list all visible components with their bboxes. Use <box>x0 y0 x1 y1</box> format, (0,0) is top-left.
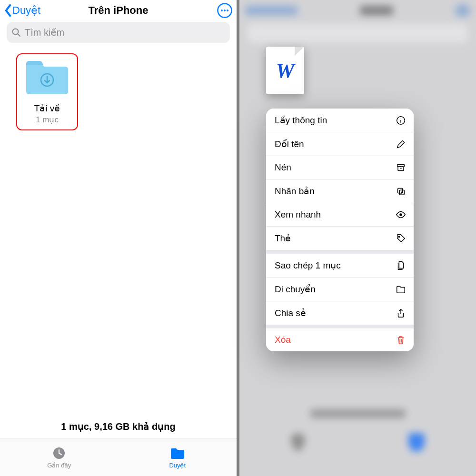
menu-copy[interactable]: Sao chép 1 mục <box>266 254 414 278</box>
folder-downloads-icon <box>23 59 71 96</box>
menu-separator <box>266 325 414 328</box>
eye-icon <box>396 209 406 220</box>
menu-separator <box>266 250 414 254</box>
menu-label: Đổi tên <box>275 139 304 149</box>
svg-point-18 <box>399 213 402 216</box>
menu-move[interactable]: Di chuyển <box>266 278 414 301</box>
archive-icon <box>396 162 406 173</box>
file-context-menu-screen: W Lấy thông tin Đổi tên Nén Nhân bản Xem… <box>239 0 476 476</box>
word-glyph: W <box>276 59 294 83</box>
search-field[interactable]: Tìm kiếm <box>7 22 230 43</box>
clock-icon <box>51 446 67 460</box>
copy-doc-icon <box>396 260 406 271</box>
menu-label: Sao chép 1 mục <box>275 260 341 271</box>
menu-share[interactable]: Chia sẻ <box>266 301 414 325</box>
menu-label: Lấy thông tin <box>275 115 327 126</box>
menu-tags[interactable]: Thẻ <box>266 227 414 250</box>
menu-duplicate[interactable]: Nhân bản <box>266 179 414 203</box>
context-menu-group-3: Xóa <box>266 328 414 351</box>
svg-point-10 <box>401 118 401 119</box>
menu-rename[interactable]: Đổi tên <box>266 132 414 156</box>
search-placeholder: Tìm kiếm <box>25 27 64 38</box>
menu-delete[interactable]: Xóa <box>266 328 414 351</box>
search-icon <box>11 28 21 37</box>
storage-status: 1 mục, 9,16 GB khả dụng <box>0 421 237 432</box>
dogear-icon <box>295 47 304 56</box>
menu-quicklook[interactable]: Xem nhanh <box>266 203 414 227</box>
folder-icon <box>396 284 406 295</box>
folder-tab-icon <box>169 446 186 460</box>
menu-label: Xem nhanh <box>275 209 321 220</box>
folder-name: Tải về <box>19 103 75 114</box>
tab-recent-label: Gần đây <box>47 462 71 469</box>
tab-browse-label: Duyệt <box>169 462 186 469</box>
context-menu-group-1: Lấy thông tin Đổi tên Nén Nhân bản Xem n… <box>266 109 414 250</box>
svg-rect-12 <box>398 167 404 170</box>
svg-point-19 <box>398 236 400 237</box>
more-button[interactable] <box>217 2 233 19</box>
menu-label: Nhân bản <box>275 186 315 197</box>
svg-point-1 <box>221 10 223 11</box>
back-label: Duyệt <box>12 4 40 17</box>
pencil-icon <box>396 139 406 149</box>
duplicate-icon <box>396 186 406 197</box>
ellipsis-circle-icon <box>217 2 233 19</box>
menu-label: Chia sẻ <box>275 307 306 318</box>
menu-get-info[interactable]: Lấy thông tin <box>266 109 414 132</box>
share-icon <box>396 308 406 318</box>
tab-browse[interactable]: Duyệt <box>119 438 237 476</box>
info-icon <box>396 115 406 126</box>
context-menu-group-2: Sao chép 1 mục Di chuyển Chia sẻ <box>266 254 414 325</box>
files-browse-screen: Duyệt Trên iPhone Tìm kiếm Tải về 1 mục … <box>0 0 239 476</box>
chevron-left-icon <box>4 4 12 17</box>
back-button[interactable]: Duyệt <box>4 4 40 17</box>
folder-subtitle: 1 mục <box>19 115 75 125</box>
menu-label: Xóa <box>275 335 291 345</box>
svg-point-3 <box>227 10 228 11</box>
svg-line-5 <box>18 34 20 37</box>
menu-label: Thẻ <box>275 233 291 244</box>
menu-compress[interactable]: Nén <box>266 156 414 179</box>
svg-point-2 <box>224 10 226 11</box>
svg-point-4 <box>13 29 19 35</box>
tab-recent[interactable]: Gần đây <box>0 438 119 476</box>
tab-bar: Gần đây Duyệt <box>0 438 237 476</box>
nav-bar: Duyệt Trên iPhone <box>0 0 237 21</box>
selected-file-preview[interactable]: W <box>266 47 304 94</box>
context-menu: Lấy thông tin Đổi tên Nén Nhân bản Xem n… <box>266 109 414 351</box>
folder-downloads[interactable]: Tải về 1 mục <box>16 53 78 130</box>
menu-label: Di chuyển <box>275 284 316 295</box>
trash-icon <box>396 335 406 345</box>
tag-icon <box>396 233 406 244</box>
menu-label: Nén <box>275 162 291 173</box>
